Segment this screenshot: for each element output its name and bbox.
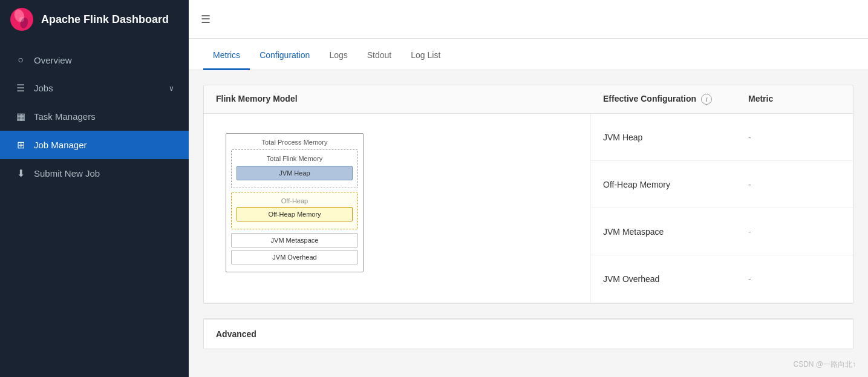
jvm-overhead-block: JVM Overhead bbox=[231, 250, 358, 264]
col-header-effective-config: Effective Configuration i bbox=[591, 85, 736, 113]
menu-toggle-icon[interactable]: ☰ bbox=[201, 13, 210, 26]
flink-logo bbox=[10, 7, 34, 31]
svg-point-3 bbox=[19, 17, 24, 22]
sidebar-item-overview-label: Overview bbox=[34, 55, 72, 65]
tab-metrics[interactable]: Metrics bbox=[203, 42, 250, 70]
main-content: ☰ Metrics Configuration Logs Stdout Log … bbox=[189, 0, 868, 377]
sidebar: Apache Flink Dashboard ○ Overview ☰ Jobs… bbox=[0, 0, 189, 377]
jvm-metaspace-row: JVM Metaspace - bbox=[591, 208, 853, 255]
sidebar-item-task-managers-label: Task Managers bbox=[34, 111, 96, 122]
off-heap-label: Off-Heap bbox=[237, 197, 353, 205]
topbar: ☰ bbox=[189, 0, 868, 39]
sidebar-title: Apache Flink Dashboard bbox=[41, 13, 169, 26]
sidebar-item-submit-new-job[interactable]: ⬇ Submit New Job bbox=[0, 159, 189, 188]
job-manager-icon: ⊞ bbox=[15, 139, 27, 151]
effective-config-info-icon[interactable]: i bbox=[701, 94, 712, 105]
jvm-overhead-label: JVM Overhead bbox=[591, 266, 736, 292]
table-header: Flink Memory Model Effective Configurati… bbox=[204, 85, 853, 114]
memory-diagram-cell: Total Process Memory Total Flink Memory … bbox=[204, 114, 591, 303]
off-heap-outer-box: Off-Heap Off-Heap Memory bbox=[231, 192, 358, 229]
sidebar-nav: ○ Overview ☰ Jobs ∨ ▦ Task Managers ⊞ Jo… bbox=[0, 39, 189, 377]
tab-log-list[interactable]: Log List bbox=[401, 42, 450, 70]
sidebar-item-task-managers[interactable]: ▦ Task Managers bbox=[0, 102, 189, 131]
sidebar-item-job-manager-label: Job Manager bbox=[34, 140, 87, 150]
metric-rows: JVM Heap - Off-Heap Memory - J bbox=[591, 114, 853, 303]
watermark: CSDN @一路向北↑ bbox=[793, 359, 856, 370]
col-header-metric: Metric bbox=[736, 85, 853, 113]
tab-logs[interactable]: Logs bbox=[319, 42, 357, 70]
off-heap-memory-label: Off-Heap Memory bbox=[591, 171, 736, 198]
sidebar-header: Apache Flink Dashboard bbox=[0, 0, 189, 39]
jvm-heap-label: JVM Heap bbox=[591, 124, 736, 151]
jvm-heap-effective-config: - bbox=[736, 124, 853, 151]
jvm-metaspace-effective-config: - bbox=[736, 218, 853, 245]
tab-stdout[interactable]: Stdout bbox=[357, 42, 401, 70]
memory-table: Flink Memory Model Effective Configurati… bbox=[203, 85, 853, 304]
jvm-overhead-effective-config: - bbox=[736, 266, 853, 292]
jobs-icon: ☰ bbox=[15, 82, 27, 94]
jvm-metaspace-block: JVM Metaspace bbox=[231, 233, 358, 248]
jvm-overhead-row: JVM Overhead - bbox=[591, 255, 853, 303]
tab-configuration[interactable]: Configuration bbox=[250, 42, 319, 70]
content-area: Metrics Configuration Logs Stdout Log Li… bbox=[189, 39, 868, 377]
col-header-memory-model: Flink Memory Model bbox=[204, 85, 591, 113]
advanced-label: Advanced bbox=[204, 319, 853, 349]
memory-diagram: Total Process Memory Total Flink Memory … bbox=[216, 123, 373, 282]
off-heap-memory-row: Off-Heap Memory - bbox=[591, 161, 853, 208]
jvm-heap-block: JVM Heap bbox=[237, 166, 353, 180]
memory-model-section: Total Process Memory Total Flink Memory … bbox=[204, 114, 853, 303]
task-managers-icon: ▦ bbox=[15, 111, 27, 122]
sidebar-item-jobs[interactable]: ☰ Jobs ∨ bbox=[0, 74, 189, 102]
total-process-label: Total Process Memory bbox=[231, 139, 358, 146]
sidebar-item-overview[interactable]: ○ Overview bbox=[0, 46, 189, 74]
off-heap-memory-block: Off-Heap Memory bbox=[237, 207, 353, 221]
submit-job-icon: ⬇ bbox=[15, 168, 27, 179]
total-flink-label: Total Flink Memory bbox=[237, 155, 353, 162]
tab-bar: Metrics Configuration Logs Stdout Log Li… bbox=[189, 39, 868, 70]
sidebar-item-job-manager[interactable]: ⊞ Job Manager bbox=[0, 131, 189, 159]
total-flink-memory-box: Total Flink Memory JVM Heap bbox=[231, 149, 358, 188]
overview-icon: ○ bbox=[15, 54, 27, 65]
jvm-heap-row: JVM Heap - bbox=[591, 114, 853, 161]
off-heap-effective-config: - bbox=[736, 171, 853, 198]
sidebar-item-submit-new-job-label: Submit New Job bbox=[34, 168, 100, 179]
jobs-arrow-icon: ∨ bbox=[169, 84, 174, 93]
total-process-memory-box: Total Process Memory Total Flink Memory … bbox=[226, 133, 364, 272]
sidebar-item-jobs-label: Jobs bbox=[34, 83, 53, 93]
jvm-metaspace-label: JVM Metaspace bbox=[591, 218, 736, 245]
advanced-section: Advanced bbox=[203, 318, 853, 349]
